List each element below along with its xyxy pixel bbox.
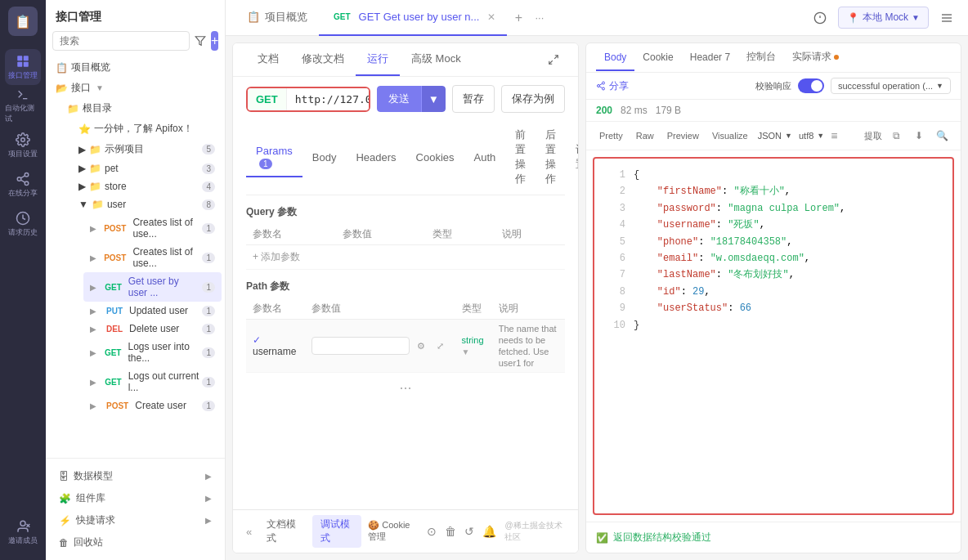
- search-resp-icon[interactable]: 🔍: [933, 127, 951, 145]
- type-dropdown-icon[interactable]: ▼: [462, 347, 470, 356]
- resp-tab-header[interactable]: Header 7: [682, 45, 738, 71]
- resp-toolbar: Pretty Raw Preview Visualize JSON ▼ utf8…: [586, 122, 961, 150]
- tree-item-interface[interactable]: 📂 接口 ▼: [49, 78, 222, 98]
- tab-close-icon[interactable]: ✕: [487, 11, 495, 23]
- tree-api-post-create[interactable]: ▶ POST Create user 1: [83, 396, 222, 414]
- tree-item-apifox[interactable]: ⭐ 一分钟，了解 Apifox！: [72, 119, 222, 139]
- post1-count: 1: [202, 223, 215, 234]
- mock-select-button[interactable]: 📍 本地 Mock ▼: [838, 7, 929, 29]
- resp-tab-body[interactable]: Body: [596, 45, 634, 71]
- save-example-button[interactable]: 保存为例: [501, 85, 565, 113]
- nav-automation-label: 自动化测试: [5, 103, 41, 124]
- svg-point-5: [21, 137, 25, 141]
- raw-btn[interactable]: Raw: [633, 129, 657, 142]
- username-value-input[interactable]: [311, 337, 410, 355]
- bottom-item-quick-req[interactable]: ⚡ 快捷请求 ▶: [52, 509, 218, 531]
- filter-icon[interactable]: [195, 31, 206, 51]
- add-interface-icon[interactable]: +: [211, 31, 218, 51]
- tree-root-folder[interactable]: 📁 根目录: [60, 98, 222, 119]
- params-tab-params[interactable]: Params 1: [246, 138, 302, 177]
- download-icon[interactable]: ⬇: [910, 127, 928, 145]
- debug-mode-btn[interactable]: 调试模式: [312, 515, 361, 548]
- param-env-icon[interactable]: ⚙: [413, 338, 429, 354]
- tree-api-post-1[interactable]: ▶ POST Creates list of use... 1: [83, 213, 222, 243]
- bottom-trash-icon[interactable]: 🗑: [445, 525, 456, 538]
- params-tab-cookies[interactable]: Cookies: [406, 145, 464, 172]
- nav-item-project-settings[interactable]: 项目设置: [5, 128, 41, 164]
- bottom-item-data-model[interactable]: 🗄 数据模型 ▶: [52, 465, 218, 487]
- params-tab-post[interactable]: 后置操作: [536, 121, 566, 195]
- root-folder-icon: 📁: [67, 103, 79, 114]
- tree-item-user[interactable]: ▼ 📁 user 8: [72, 195, 222, 213]
- validation-toggle-switch[interactable]: [798, 78, 824, 93]
- extract-icon[interactable]: 提取: [864, 127, 882, 145]
- copy-icon[interactable]: ⧉: [887, 127, 905, 145]
- send-dropdown-button[interactable]: ▼: [421, 86, 446, 112]
- tree-item-pet[interactable]: ▶ 📁 pet 3: [72, 159, 222, 177]
- sub-tab-mock[interactable]: 高级 Mock: [400, 43, 473, 76]
- sub-tab-doc[interactable]: 文档: [246, 43, 290, 76]
- tree-api-get-user[interactable]: ▶ GET Get user by user ... 1: [83, 272, 222, 302]
- tree-api-put-user[interactable]: ▶ PUT Updated user 1: [83, 302, 222, 320]
- tree-title: 接口管理: [56, 10, 101, 25]
- tree-api-del-user[interactable]: ▶ DEL Delete user 1: [83, 320, 222, 338]
- nav-item-share[interactable]: 在线分享: [5, 167, 41, 203]
- param-expand-icon[interactable]: ⤢: [432, 338, 449, 354]
- params-tab-settings[interactable]: 设置: [566, 136, 578, 180]
- json-format-select[interactable]: JSON ▼: [758, 131, 792, 141]
- visualize-btn[interactable]: Visualize: [709, 129, 751, 142]
- params-tab-body[interactable]: Body: [302, 145, 347, 172]
- doc-mode-btn[interactable]: 文档模式: [258, 515, 307, 548]
- get-user-label: Get user by user ...: [128, 276, 199, 298]
- tree-api-get-logout[interactable]: ▶ GET Logs out current l... 1: [83, 367, 222, 396]
- expand-left-icon[interactable]: «: [246, 526, 252, 538]
- add-query-param[interactable]: + 添加参数: [246, 245, 565, 270]
- tree-item-store[interactable]: ▶ 📁 store 4: [72, 177, 222, 195]
- format-lines-icon[interactable]: ≡: [831, 129, 837, 142]
- more-options-dots[interactable]: ···: [246, 373, 565, 403]
- nav-item-interface[interactable]: 接口管理: [5, 49, 41, 85]
- tree-api-get-login[interactable]: ▶ GET Logs user into the... 1: [83, 338, 222, 367]
- bottom-settings-icon[interactable]: ⊙: [427, 525, 437, 538]
- get-logout-badge: GET: [101, 377, 125, 388]
- bottom-item-trash[interactable]: 🗑 回收站: [52, 531, 218, 553]
- bottom-refresh-icon[interactable]: ↺: [464, 525, 474, 538]
- cookie-manage-btn[interactable]: 🍪 Cookie 管理: [368, 520, 419, 543]
- bottom-bell-icon[interactable]: 🔔: [482, 525, 496, 538]
- params-tab-auth[interactable]: Auth: [464, 145, 506, 172]
- nav-item-history[interactable]: 请求历史: [5, 206, 41, 242]
- share-button[interactable]: 分享: [596, 79, 629, 93]
- resp-tab-actual[interactable]: 实际请求: [784, 43, 847, 72]
- encoding-select[interactable]: utf8 ▼: [799, 131, 824, 141]
- menu-icon[interactable]: [935, 7, 958, 29]
- pretty-btn[interactable]: Pretty: [596, 129, 626, 142]
- tab-add-button[interactable]: +: [507, 7, 530, 29]
- preview-btn[interactable]: Preview: [664, 129, 702, 142]
- expand-panel-icon[interactable]: [542, 48, 565, 71]
- nav-item-invite[interactable]: 邀请成员: [5, 514, 41, 550]
- url-input[interactable]: [287, 88, 370, 110]
- sub-tab-run[interactable]: 运行: [356, 43, 400, 76]
- params-tab-headers[interactable]: Headers: [346, 145, 406, 172]
- sub-tab-modify[interactable]: 修改文档: [290, 43, 356, 76]
- tab-get-user[interactable]: GET GET Get user by user n... ✕: [319, 0, 507, 36]
- operation-chevron: ▼: [936, 82, 943, 90]
- get-logout-arrow: ▶: [90, 378, 98, 387]
- tree-header: 接口管理: [46, 0, 225, 31]
- params-tab-pre[interactable]: 前置操作: [505, 121, 536, 195]
- tree-api-post-2[interactable]: ▶ POST Creates list of use... 1: [83, 243, 222, 272]
- temp-save-button[interactable]: 暂存: [452, 85, 495, 113]
- tree-item-example[interactable]: ▶ 📁 示例项目 5: [72, 139, 222, 159]
- notification-icon[interactable]: [809, 7, 831, 29]
- tab-more-icon[interactable]: ···: [530, 8, 549, 27]
- svg-point-24: [603, 82, 605, 84]
- tree-search-input[interactable]: [52, 31, 190, 51]
- tab-overview[interactable]: 📋 项目概览: [235, 0, 319, 36]
- resp-tab-console[interactable]: 控制台: [738, 43, 784, 72]
- operation-select[interactable]: successful operation (... ▼: [831, 78, 951, 94]
- send-button[interactable]: 发送: [377, 86, 421, 112]
- nav-item-automation[interactable]: 自动化测试: [5, 88, 41, 124]
- tree-item-overview[interactable]: 📋 项目概览: [49, 57, 222, 78]
- resp-tab-cookie[interactable]: Cookie: [634, 45, 681, 71]
- bottom-item-components[interactable]: 🧩 组件库 ▶: [52, 487, 218, 509]
